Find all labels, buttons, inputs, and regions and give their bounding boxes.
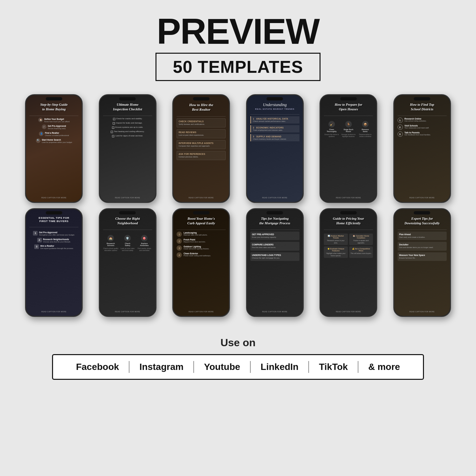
phone-3-caption: READ CAPTION FOR MORE (189, 197, 214, 199)
phone-10-title: Tips for Navigatingthe Mortgage Process (259, 216, 290, 225)
phone-9: Boost Your Home'sCurb Appeal Easily 1 La… (172, 208, 230, 317)
use-on-section: Use on Facebook Instagram Youtube Linked… (20, 337, 456, 380)
phone-10-screen: Tips for Navigatingthe Mortgage Process … (247, 209, 303, 316)
phone-7-screen: ESSENTIAL TIPS FORFIRST TIME BUYERS 1 Ge… (26, 209, 82, 316)
phone-5-title: How to Prepare forOpen Houses (335, 102, 362, 111)
phone-6-wrapper: How to Find TopSchool Districts 1: Resea… (388, 94, 457, 203)
phone-6-caption: READ CAPTION FOR MORE (409, 197, 434, 199)
phone-11-title: Guide to Pricing YourHome Efficiently (333, 216, 364, 225)
platform-facebook: Facebook (66, 362, 129, 372)
phone-1-title: Step-by-Step Guideto Home Buying (40, 102, 68, 111)
phone-12: Expert Tips forDownsizing Successfully P… (393, 208, 451, 317)
use-on-label: Use on (220, 337, 256, 349)
phones-grid: Step-by-Step Guideto Home Buying 🏠 Defin… (20, 94, 456, 317)
phone-12-caption: READ CAPTION FOR MORE (409, 311, 434, 313)
phone-7-title: ESSENTIAL TIPS FORFIRST TIME BUYERS (39, 216, 69, 223)
phone-2-title: Ultimate HomeInspection Checklist (113, 102, 142, 111)
phone-4: Understanding REAL ESTATE MARKET TRENDS … (246, 94, 304, 203)
phone-11: Guide to Pricing YourHome Efficiently 📊 … (320, 208, 377, 317)
phone-9-caption: READ CAPTION FOR MORE (189, 311, 214, 313)
phone-2-caption: READ CAPTION FOR MORE (115, 197, 140, 199)
phone-7-wrapper: ESSENTIAL TIPS FORFIRST TIME BUYERS 1 Ge… (20, 208, 88, 317)
phone-3: How to Hire theBest Realtor Check Creden… (172, 94, 230, 203)
phone-1-caption: READ CAPTION FOR MORE (42, 197, 67, 199)
phone-2-wrapper: Ultimate HomeInspection Checklist ✓ Chec… (94, 94, 162, 203)
phone-9-title: Boost Your Home'sCurb Appeal Easily (187, 216, 215, 225)
phone-5: How to Prepare forOpen Houses 🧹 CleanTho… (320, 94, 377, 203)
phone-2: Ultimate HomeInspection Checklist ✓ Chec… (99, 94, 156, 203)
phone-11-screen: Guide to Pricing YourHome Efficiently 📊 … (321, 209, 376, 316)
platform-tiktok: TikTok (309, 362, 358, 372)
platform-instagram: Instagram (129, 362, 193, 372)
platform-youtube: Youtube (194, 362, 250, 372)
platform-more: & more (358, 362, 410, 372)
phone-10-caption: READ CAPTION FOR MORE (262, 311, 287, 313)
phone-6: How to Find TopSchool Districts 1: Resea… (393, 94, 451, 203)
phone-12-wrapper: Expert Tips forDownsizing Successfully P… (388, 208, 457, 317)
phone-1: Step-by-Step Guideto Home Buying 🏠 Defin… (25, 94, 83, 203)
phone-8-title: Choose the RightNeighborhood (115, 216, 140, 225)
phone-5-screen: How to Prepare forOpen Houses 🧹 CleanTho… (321, 95, 376, 202)
phone-12-title: Expert Tips forDownsizing Successfully (405, 216, 440, 225)
phone-5-caption: READ CAPTION FOR MORE (336, 197, 361, 199)
phone-1-wrapper: Step-by-Step Guideto Home Buying 🏠 Defin… (20, 94, 88, 203)
phone-4-title: Understanding (263, 102, 287, 107)
phone-11-wrapper: Guide to Pricing YourHome Efficiently 📊 … (314, 208, 383, 317)
phone-4-caption: READ CAPTION FOR MORE (262, 197, 287, 199)
phone-12-screen: Expert Tips forDownsizing Successfully P… (394, 209, 450, 316)
phone-11-caption: READ CAPTION FOR MORE (336, 311, 361, 313)
phone-6-screen: How to Find TopSchool Districts 1: Resea… (394, 95, 450, 202)
phone-8-screen: Choose the RightNeighborhood 🏫 ResearchS… (100, 209, 155, 316)
phone-3-title: How to Hire theBest Realtor (189, 102, 213, 112)
subtitle-text: 50 TEMPLATES (173, 57, 303, 77)
page-title: PREVIEW (157, 13, 319, 49)
phone-8-caption: READ CAPTION FOR MORE (115, 311, 140, 313)
phone-2-screen: Ultimate HomeInspection Checklist ✓ Chec… (100, 95, 155, 202)
phone-8: Choose the RightNeighborhood 🏫 ResearchS… (99, 208, 156, 317)
phone-3-wrapper: How to Hire theBest Realtor Check Creden… (167, 94, 236, 203)
phone-7: ESSENTIAL TIPS FORFIRST TIME BUYERS 1 Ge… (25, 208, 83, 317)
phone-5-wrapper: How to Prepare forOpen Houses 🧹 CleanTho… (314, 94, 383, 203)
phone-9-screen: Boost Your Home'sCurb Appeal Easily 1 La… (173, 209, 229, 316)
phone-10-wrapper: Tips for Navigatingthe Mortgage Process … (241, 208, 309, 317)
platform-linkedin: LinkedIn (251, 362, 308, 372)
phone-8-wrapper: Choose the RightNeighborhood 🏫 ResearchS… (94, 208, 162, 317)
phone-9-wrapper: Boost Your Home'sCurb Appeal Easily 1 La… (167, 208, 236, 317)
phone-3-screen: How to Hire theBest Realtor Check Creden… (173, 95, 229, 202)
phone-10: Tips for Navigatingthe Mortgage Process … (246, 208, 304, 317)
phone-1-screen: Step-by-Step Guideto Home Buying 🏠 Defin… (26, 95, 82, 202)
phone-6-title: How to Find TopSchool Districts (410, 102, 434, 111)
phone-4-screen: Understanding REAL ESTATE MARKET TRENDS … (247, 95, 303, 202)
subtitle-box: 50 TEMPLATES (155, 53, 321, 81)
phone-7-caption: READ CAPTION FOR MORE (42, 311, 67, 313)
phone-4-wrapper: Understanding REAL ESTATE MARKET TRENDS … (241, 94, 309, 203)
platforms-box: Facebook Instagram Youtube LinkedIn TikT… (52, 354, 424, 380)
